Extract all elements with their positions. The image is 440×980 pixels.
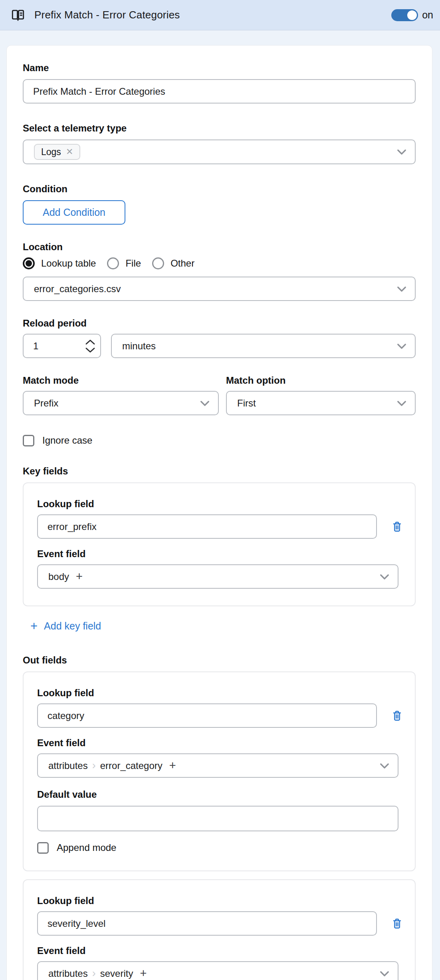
append-mode-checkbox[interactable] xyxy=(37,842,49,854)
delete-out-field-button[interactable] xyxy=(392,710,402,722)
reload-period-label: Reload period xyxy=(23,318,416,329)
lookup-field-row xyxy=(37,911,398,936)
chip-label: Logs xyxy=(41,147,61,157)
enabled-toggle[interactable] xyxy=(391,9,418,21)
ignore-case-checkbox[interactable] xyxy=(23,435,34,446)
chevron-down-icon xyxy=(198,396,212,410)
match-option-value: First xyxy=(237,398,256,409)
out-field-card: Lookup field Event field xyxy=(23,879,416,980)
radio-unselected-icon[interactable] xyxy=(107,257,119,269)
event-path-segment: attributes xyxy=(48,968,88,979)
radio-label: Lookup table xyxy=(41,258,96,269)
delete-out-field-button[interactable] xyxy=(392,918,402,930)
radio-label: Other xyxy=(170,258,194,269)
header-bar: Prefix Match - Error Categories on xyxy=(0,0,440,30)
match-mode-value: Prefix xyxy=(34,398,58,409)
reload-period-row: minutes xyxy=(23,334,416,358)
event-path-segment: error_category xyxy=(100,760,163,771)
stepper-down-icon xyxy=(85,347,95,353)
condition-label: Condition xyxy=(23,183,416,195)
path-separator-chevron-icon: › xyxy=(92,967,96,980)
lookup-table-select[interactable]: error_categories.csv xyxy=(23,277,416,301)
append-mode-label: Append mode xyxy=(57,842,116,853)
name-label: Name xyxy=(23,62,416,74)
append-mode-row[interactable]: Append mode xyxy=(37,842,398,854)
telemetry-chip-logs: Logs ✕ xyxy=(34,144,80,160)
page-content: Name Select a telemetry type Logs ✕ Cond… xyxy=(0,30,440,980)
ignore-case-label: Ignore case xyxy=(42,435,92,446)
lookup-field-label: Lookup field xyxy=(37,498,398,510)
reload-unit-value: minutes xyxy=(122,341,156,352)
chevron-down-icon xyxy=(395,396,408,410)
path-separator-chevron-icon: › xyxy=(92,759,96,772)
match-mode-label: Match mode xyxy=(23,375,219,386)
event-field-label: Event field xyxy=(37,548,398,560)
add-path-segment-icon[interactable]: + xyxy=(169,759,176,772)
out-lookup-field-input[interactable] xyxy=(37,703,377,728)
stepper-up-icon xyxy=(85,339,95,345)
lookup-field-label: Lookup field xyxy=(37,895,398,906)
radio-label: File xyxy=(125,258,141,269)
trash-icon xyxy=(392,710,402,722)
delete-key-field-button[interactable] xyxy=(392,521,402,533)
processor-config-page: Prefix Match - Error Categories on Name … xyxy=(0,0,440,980)
trash-icon xyxy=(392,521,402,533)
radio-option-file[interactable]: File xyxy=(107,257,141,269)
key-event-field-select[interactable]: body + xyxy=(37,564,398,589)
event-path-segment: body xyxy=(48,571,69,582)
number-stepper[interactable] xyxy=(85,339,95,353)
key-lookup-field-input[interactable] xyxy=(37,514,377,539)
event-path-segment: severity xyxy=(100,968,133,979)
match-row: Match mode Match option Prefix First xyxy=(23,375,416,415)
add-condition-button[interactable]: Add Condition xyxy=(23,200,125,225)
chip-remove-icon[interactable]: ✕ xyxy=(66,147,73,157)
out-event-field-select[interactable]: attributes › error_category + xyxy=(37,753,398,778)
trash-icon xyxy=(392,918,402,930)
lookup-table-value: error_categories.csv xyxy=(34,283,121,295)
default-value-label: Default value xyxy=(37,789,398,800)
reload-unit-select[interactable]: minutes xyxy=(111,334,416,358)
add-path-segment-icon[interactable]: + xyxy=(76,570,83,583)
lookup-field-label: Lookup field xyxy=(37,687,398,699)
event-field-label: Event field xyxy=(37,945,398,956)
telemetry-type-label: Select a telemetry type xyxy=(23,123,416,134)
add-key-field-label: Add key field xyxy=(44,620,101,632)
radio-option-other[interactable]: Other xyxy=(152,257,194,269)
out-event-field-select[interactable]: attributes › severity + xyxy=(37,961,398,980)
event-path-segment: attributes xyxy=(48,760,88,771)
ignore-case-row[interactable]: Ignore case xyxy=(23,434,416,446)
reload-period-number xyxy=(23,334,101,358)
chevron-down-icon xyxy=(378,570,391,584)
match-mode-select[interactable]: Prefix xyxy=(23,391,219,415)
chevron-down-icon xyxy=(395,339,408,353)
chevron-down-icon xyxy=(378,759,391,773)
key-field-card: Lookup field Event field xyxy=(23,482,416,606)
page-title: Prefix Match - Error Categories xyxy=(34,9,391,21)
radio-option-lookup-table[interactable]: Lookup table xyxy=(23,257,96,269)
out-field-card: Lookup field Event field xyxy=(23,671,416,871)
chevron-down-icon xyxy=(395,145,408,159)
radio-selected-icon[interactable] xyxy=(23,257,35,269)
default-value-input[interactable] xyxy=(37,806,398,831)
open-book-icon xyxy=(11,8,25,22)
event-field-label: Event field xyxy=(37,737,398,749)
name-input[interactable] xyxy=(23,79,416,104)
match-option-select[interactable]: First xyxy=(226,391,416,415)
key-fields-label: Key fields xyxy=(23,466,416,477)
match-option-label: Match option xyxy=(226,375,416,386)
location-label: Location xyxy=(23,241,416,253)
add-path-segment-icon[interactable]: + xyxy=(140,967,147,980)
lookup-field-row xyxy=(37,703,398,728)
plus-icon: + xyxy=(30,620,38,632)
toggle-knob xyxy=(407,10,417,20)
out-lookup-field-input[interactable] xyxy=(37,911,377,936)
telemetry-type-select[interactable]: Logs ✕ xyxy=(23,139,416,164)
location-radio-group: Lookup table File Other xyxy=(23,257,416,270)
add-key-field-button[interactable]: + Add key field xyxy=(30,620,101,632)
out-fields-label: Out fields xyxy=(23,655,416,666)
chevron-down-icon xyxy=(395,282,408,296)
config-form-card: Name Select a telemetry type Logs ✕ Cond… xyxy=(6,45,432,980)
chevron-down-icon xyxy=(378,967,391,980)
radio-unselected-icon[interactable] xyxy=(152,257,164,269)
lookup-field-row xyxy=(37,514,398,539)
